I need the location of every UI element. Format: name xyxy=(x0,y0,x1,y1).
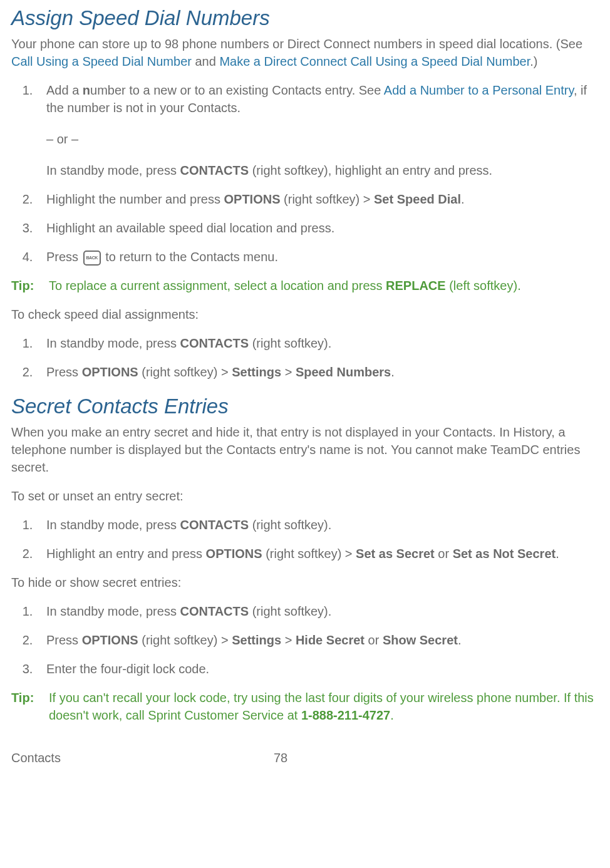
list-item: Highlight an available speed dial locati… xyxy=(36,219,599,237)
hide2-e: > xyxy=(281,633,296,647)
set1-b: CONTACTS xyxy=(180,518,249,532)
tip-bold-replace: REPLACE xyxy=(386,279,446,292)
set2-b: OPTIONS xyxy=(206,547,262,561)
check2-f: Speed Numbers xyxy=(296,365,391,379)
back-key-icon: BACK xyxy=(83,251,101,266)
step1-text-c: umber to a new or to an existing Contact… xyxy=(90,83,384,97)
hide2-h: Show Secret xyxy=(383,633,458,647)
tip-text-c: (left softkey). xyxy=(446,279,521,292)
check2-c: (right softkey) > xyxy=(138,365,232,379)
check1-a: In standby mode, press xyxy=(46,336,180,350)
step4-b: to return to the Contacts menu. xyxy=(102,250,278,264)
set2-f: Set as Not Secret xyxy=(453,547,556,561)
link-call-using-speed-dial[interactable]: Call Using a Speed Dial Number xyxy=(11,54,192,68)
check1-c: (right softkey). xyxy=(249,336,331,350)
step1-alt-b: CONTACTS xyxy=(180,163,249,177)
step2-c: (right softkey) > xyxy=(281,192,375,206)
check2-e: > xyxy=(281,365,296,379)
step4-a: Press xyxy=(46,250,82,264)
set1-a: In standby mode, press xyxy=(46,518,180,532)
check2-b: OPTIONS xyxy=(82,365,138,379)
tip-assign: Tip: To replace a current assignment, se… xyxy=(11,277,599,294)
list-item: In standby mode, press CONTACTS (right s… xyxy=(36,334,599,352)
link-make-direct-connect-call[interactable]: Make a Direct Connect Call Using a Speed… xyxy=(219,54,530,68)
check2-g: . xyxy=(391,365,395,379)
list-item: Highlight an entry and press OPTIONS (ri… xyxy=(36,545,599,562)
hide2-c: (right softkey) > xyxy=(138,633,232,647)
step1-or-divider: – or – xyxy=(46,130,599,148)
list-item: Press OPTIONS (right softkey) > Settings… xyxy=(36,363,599,381)
step2-a: Highlight the number and press xyxy=(46,192,224,206)
check2-a: Press xyxy=(46,365,82,379)
set2-c: (right softkey) > xyxy=(262,547,356,561)
step2-e: . xyxy=(461,192,465,206)
list-item: Add a number to a new or to an existing … xyxy=(36,81,599,179)
list-item: Highlight the number and press OPTIONS (… xyxy=(36,190,599,208)
check2-d: Settings xyxy=(232,365,281,379)
step1-bold-n: n xyxy=(83,83,90,97)
list-item: Press BACK to return to the Contacts men… xyxy=(36,248,599,266)
set2-g: . xyxy=(556,547,559,561)
hide2-d: Settings xyxy=(232,633,281,647)
tip-lock-code: Tip: If you can't recall your lock code,… xyxy=(11,689,599,724)
intro-text-a: Your phone can store up to 98 phone numb… xyxy=(11,37,582,51)
step1-alt-c: (right softkey), highlight an entry and … xyxy=(249,163,492,177)
check1-b: CONTACTS xyxy=(180,336,249,350)
intro-text-b: and xyxy=(192,54,219,68)
hide2-b: OPTIONS xyxy=(82,633,138,647)
list-item: In standby mode, press CONTACTS (right s… xyxy=(36,516,599,534)
tip2-phone: 1-888-211-4727 xyxy=(301,708,390,722)
hide2-g: or xyxy=(364,633,383,647)
list-item: Press OPTIONS (right softkey) > Settings… xyxy=(36,631,599,649)
list-item: Enter the four-digit lock code. xyxy=(36,660,599,678)
assign-steps-list: Add a number to a new or to an existing … xyxy=(36,81,599,266)
section-title-assign-speed-dial: Assign Speed Dial Numbers xyxy=(11,4,599,33)
intro-text-c: .) xyxy=(530,54,537,68)
section-title-secret-contacts: Secret Contacts Entries xyxy=(11,392,599,421)
intro-paragraph: Your phone can store up to 98 phone numb… xyxy=(11,35,599,70)
step1-alt-a: In standby mode, press xyxy=(46,163,180,177)
check-intro: To check speed dial assignments: xyxy=(11,306,599,323)
tip-body: If you can't recall your lock code, try … xyxy=(49,689,599,724)
step2-b: OPTIONS xyxy=(224,192,281,206)
hide-steps-list: In standby mode, press CONTACTS (right s… xyxy=(36,602,599,678)
hide1-b: CONTACTS xyxy=(180,604,249,618)
footer-page-number: 78 xyxy=(274,749,287,767)
hide2-f: Hide Secret xyxy=(296,633,364,647)
footer-chapter: Contacts xyxy=(11,749,61,767)
link-add-number-personal-entry[interactable]: Add a Number to a Personal Entry xyxy=(384,83,574,97)
check-steps-list: In standby mode, press CONTACTS (right s… xyxy=(36,334,599,381)
step1-text-a: Add a xyxy=(46,83,83,97)
page-footer: Contacts 78 xyxy=(11,749,599,767)
set2-e: or xyxy=(435,547,453,561)
set1-c: (right softkey). xyxy=(249,518,331,532)
hide1-c: (right softkey). xyxy=(249,604,331,618)
step1-alt: In standby mode, press CONTACTS (right s… xyxy=(46,162,599,179)
tip-label: Tip: xyxy=(11,277,35,294)
hide1-a: In standby mode, press xyxy=(46,604,180,618)
tip-text-a: To replace a current assignment, select … xyxy=(49,279,386,292)
set-steps-list: In standby mode, press CONTACTS (right s… xyxy=(36,516,599,562)
hide2-a: Press xyxy=(46,633,82,647)
step2-d: Set Speed Dial xyxy=(374,192,461,206)
set2-a: Highlight an entry and press xyxy=(46,547,206,561)
tip2-c: . xyxy=(390,708,394,722)
hide2-i: . xyxy=(458,633,462,647)
tip-label: Tip: xyxy=(11,689,35,724)
set2-d: Set as Secret xyxy=(356,547,435,561)
tip-body: To replace a current assignment, select … xyxy=(49,277,521,294)
set-intro: To set or unset an entry secret: xyxy=(11,487,599,505)
hide-intro: To hide or show secret entries: xyxy=(11,574,599,591)
list-item: In standby mode, press CONTACTS (right s… xyxy=(36,602,599,620)
secret-intro: When you make an entry secret and hide i… xyxy=(11,423,599,476)
